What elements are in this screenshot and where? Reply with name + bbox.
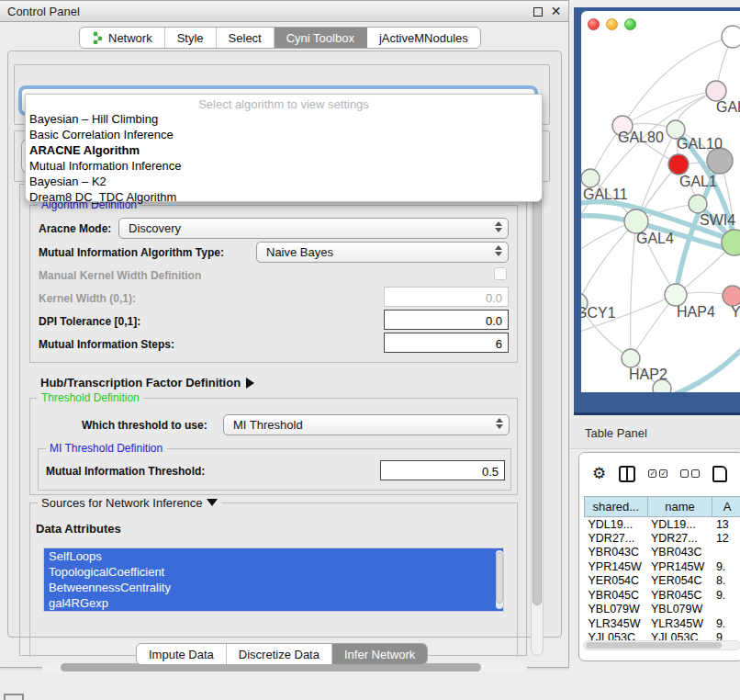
column-header-shared[interactable]: shared...: [585, 497, 648, 517]
table-toolbar: ⚙ ✓✓: [579, 453, 740, 494]
aracne-mode-combobox[interactable]: Discovery: [118, 218, 509, 239]
table-row[interactable]: YPR145WYPR145W9.: [585, 559, 740, 574]
attribute-item-topologicalcoefficient[interactable]: TopologicalCoefficient: [44, 564, 503, 580]
tab-select[interactable]: Select: [217, 28, 275, 48]
close-icon[interactable]: ✕: [550, 6, 562, 17]
mi-steps-field[interactable]: [384, 333, 509, 353]
tab-style[interactable]: Style: [165, 28, 217, 48]
network-edge: [581, 221, 636, 303]
dpi-tolerance-field[interactable]: [384, 310, 509, 330]
network-label-hap2: HAP2: [629, 367, 667, 382]
table-cell: 9.: [712, 616, 740, 631]
network-label-gal: GAL: [716, 99, 740, 115]
network-view-frame: GALGAL80GAL10GAL1GAL11SWI4GAL4GCY1HAP4YH…: [574, 7, 740, 415]
algorithm-dropdown-placeholder: Select algorithm to view settings: [26, 95, 542, 111]
network-node-salmon-node[interactable]: [723, 286, 740, 306]
algorithm-option-aracne-algorithm[interactable]: ARACNE Algorithm: [26, 142, 542, 158]
network-node-gray-node[interactable]: [707, 148, 733, 174]
table-panel-titlebar[interactable]: Table Panel: [569, 418, 740, 449]
algorithm-option-dream8-dc-tdc-algorithm[interactable]: Dream8 DC_TDC Algorithm: [26, 189, 542, 205]
algorithm-dropdown-list: Bayesian – Hill ClimbingBasic Correlatio…: [26, 111, 542, 205]
mi-type-label: Mutual Information Algorithm Type:: [39, 246, 224, 259]
table-row[interactable]: YDR27...YDR27...12: [585, 531, 740, 546]
attribute-item-gal4rgexp[interactable]: gal4RGexp: [44, 595, 503, 611]
network-view-window[interactable]: GALGAL80GAL10GAL1GAL11SWI4GAL4GCY1HAP4YH…: [581, 11, 740, 392]
mi-threshold-field[interactable]: [380, 460, 505, 480]
network-node-swi4[interactable]: [689, 195, 707, 213]
table-cell: 12: [712, 531, 740, 546]
network-edge: [622, 91, 716, 126]
kernel-width-field[interactable]: [384, 287, 509, 307]
algorithm-option-bayesian-hill-climbing[interactable]: Bayesian – Hill Climbing: [26, 111, 542, 127]
hub-definition-toggle[interactable]: Hub/Transcription Factor Definition: [40, 376, 254, 390]
gear-icon[interactable]: ⚙: [592, 464, 606, 483]
select-all-checkboxes-icon[interactable]: ✓✓: [648, 469, 667, 478]
manual-kernel-width-checkbox[interactable]: [494, 267, 507, 280]
tab-jactivemnodules[interactable]: jActiveMNodules: [367, 28, 480, 48]
stepper-icon: [495, 221, 502, 232]
expanded-arrow-icon: [207, 499, 218, 506]
table-row[interactable]: YBL079WYBL079W: [585, 603, 740, 617]
tab-label: Infer Network: [344, 648, 415, 661]
manual-kernel-width-label: Manual Kernel Width Definition: [39, 269, 201, 282]
network-node-top-node[interactable]: [722, 26, 740, 48]
table-cell: YBL079W: [647, 603, 712, 617]
network-label-gcy1: GCY1: [581, 305, 616, 321]
algorithm-dropdown-popup: Select algorithm to view settings Bayesi…: [25, 94, 543, 202]
algorithm-option-bayesian-k2[interactable]: Bayesian – K2: [26, 174, 542, 189]
algorithm-option-mutual-information-inference[interactable]: Mutual Information Inference: [26, 158, 542, 174]
network-label-y: Y: [731, 304, 740, 320]
algorithm-option-basic-correlation-inference[interactable]: Basic Correlation Inference: [26, 127, 542, 142]
table-cell: YER054C: [585, 574, 648, 589]
network-node-gal1-red[interactable]: [668, 154, 689, 175]
page-icon[interactable]: [712, 466, 727, 482]
network-label-gal1: GAL1: [679, 174, 717, 189]
tab-label: Cyni Toolbox: [286, 31, 354, 45]
tab-network[interactable]: Network: [80, 28, 165, 48]
which-threshold-combobox[interactable]: MI Threshold: [223, 414, 510, 435]
table-cell: YDL19...: [647, 517, 712, 532]
corner-button[interactable]: [4, 694, 24, 700]
control-panel-titlebar[interactable]: Control Panel ✕: [0, 1, 568, 22]
kernel-width-label: Kernel Width (0,1):: [39, 292, 136, 305]
settings-scrollbar-thumb[interactable]: [533, 190, 542, 605]
settings-scrollbar[interactable]: [531, 186, 544, 656]
attributes-scrollbar[interactable]: [496, 550, 503, 609]
collapsed-arrow-icon: [246, 378, 254, 389]
network-node-hap4[interactable]: [665, 284, 687, 306]
network-node-gal11[interactable]: [581, 169, 600, 187]
column-header-name[interactable]: name: [647, 497, 712, 517]
split-panel-icon[interactable]: [619, 466, 635, 482]
network-label-gal10: GAL10: [677, 136, 723, 152]
sources-toggle[interactable]: Sources for Network Inference: [38, 496, 221, 510]
tab-cyni-toolbox[interactable]: Cyni Toolbox: [275, 28, 367, 48]
table-row[interactable]: YER054CYER054C8.: [585, 574, 740, 589]
mi-algorithm-type-combobox[interactable]: Naive Bayes: [256, 242, 509, 263]
table-cell: YPR145W: [585, 559, 648, 574]
attribute-item-selfloops[interactable]: SelfLoops: [44, 548, 503, 564]
table-cell: 9.: [712, 559, 740, 574]
table-horizontal-scrollbar[interactable]: [583, 640, 740, 650]
network-label-hap4: HAP4: [677, 304, 715, 320]
tab-impute-data[interactable]: Impute Data: [137, 644, 227, 664]
attribute-item-betweennesscentrality[interactable]: BetweennessCentrality: [44, 580, 503, 595]
table-cell: [712, 546, 740, 560]
table-row[interactable]: YDL19...YDL19...13: [585, 517, 740, 532]
network-node-gal-pink[interactable]: [706, 81, 726, 101]
table-row[interactable]: YLR345WYLR345W9.: [585, 616, 740, 631]
tab-discretize-data[interactable]: Discretize Data: [227, 644, 332, 664]
float-window-icon[interactable]: [533, 7, 543, 17]
table-cell: 9.: [712, 588, 740, 603]
table-row[interactable]: YBR043CYBR043C: [585, 546, 740, 560]
network-label-gal80: GAL80: [618, 130, 664, 145]
network-node-hap2[interactable]: [622, 349, 640, 367]
deselect-all-checkboxes-icon[interactable]: [680, 469, 700, 478]
tab-infer-network[interactable]: Infer Network: [332, 644, 427, 664]
mi-threshold-group: MI Threshold Definition Mutual Informati…: [38, 448, 511, 491]
table-cell: YPR145W: [647, 559, 712, 574]
table-cell: YLR345W: [585, 616, 648, 631]
network-canvas[interactable]: GALGAL80GAL10GAL1GAL11SWI4GAL4GCY1HAP4YH…: [581, 11, 740, 392]
mi-threshold-title: MI Threshold Definition: [46, 442, 166, 455]
table-row[interactable]: YBR045CYBR045C9.: [585, 588, 740, 603]
column-header-a[interactable]: A: [712, 497, 740, 517]
